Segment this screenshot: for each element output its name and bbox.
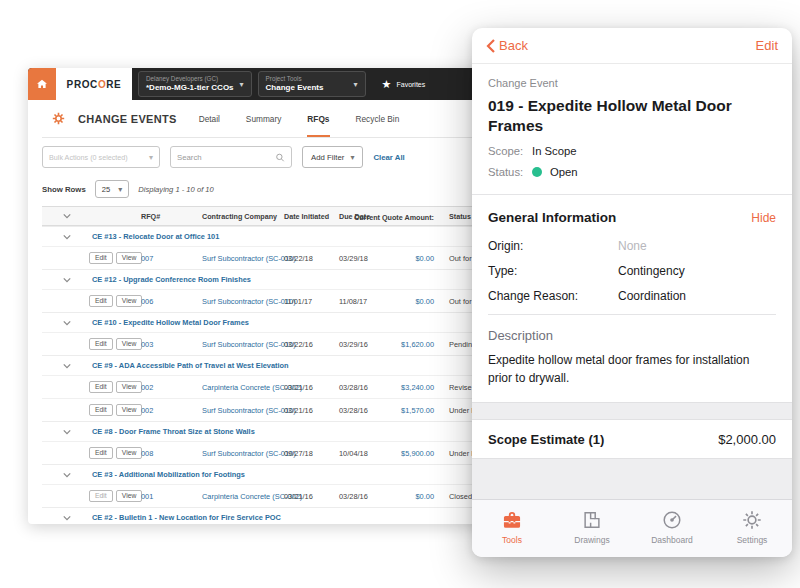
contracting-company-link[interactable]: Surf Subcontractor (SC-010) <box>186 449 282 458</box>
back-button[interactable]: Back <box>486 38 528 54</box>
group-chevron[interactable] <box>42 319 76 327</box>
row-actions: EditView <box>76 404 132 417</box>
quote-amount-link[interactable]: $0.00 <box>393 297 440 306</box>
project-tools-dropdown[interactable]: Project Tools Change Events ▾ <box>258 71 366 97</box>
scope-estimate-amount: $2,000.00 <box>718 432 776 447</box>
company-name: Delaney Developers (GC) <box>146 75 234 83</box>
chevron-down-icon <box>62 233 72 241</box>
tab-summary[interactable]: Summary <box>246 100 282 137</box>
tab-recycle-bin[interactable]: Recycle Bin <box>356 100 400 137</box>
status-dot-icon <box>532 167 542 177</box>
edit-button[interactable]: Edit <box>756 38 778 53</box>
chevron-down-icon: ▾ <box>118 185 122 194</box>
row-actions: EditView <box>76 252 132 265</box>
project-tools-labels: Project Tools Change Events <box>266 75 324 93</box>
edit-button[interactable]: Edit <box>89 490 113 503</box>
rows-per-page-value: 25 <box>102 185 110 194</box>
date-initiated-cell: 03/21/16 <box>282 492 337 501</box>
date-initiated-cell: 03/22/18 <box>282 254 337 263</box>
search-field <box>170 146 292 168</box>
quote-amount-link[interactable]: $5,900.00 <box>393 449 440 458</box>
mobile-change-event-panel: Back Edit Change Event 019 - Expedite Ho… <box>472 28 792 557</box>
rfq-link[interactable]: 006 <box>132 297 186 306</box>
contracting-company-link[interactable]: Surf Subcontractor (SC-010) <box>186 254 282 263</box>
contracting-company-link[interactable]: Carpinteria Concrete (SC-002) <box>186 383 282 392</box>
scope-estimate-row[interactable]: Scope Estimate (1) $2,000.00 <box>472 420 792 458</box>
quote-amount-link[interactable]: $1,620.00 <box>393 340 440 349</box>
favorites-label: Favorites <box>396 81 425 88</box>
quote-amount-link[interactable]: $1,570.00 <box>393 406 440 415</box>
contracting-company-link[interactable]: Surf Subcontractor (SC-010) <box>186 297 282 306</box>
tab-detail[interactable]: Detail <box>199 100 220 137</box>
rfq-link[interactable]: 008 <box>132 449 186 458</box>
edit-button[interactable]: Edit <box>89 295 113 308</box>
due-date-cell: 03/28/16 <box>337 406 393 415</box>
toolbox-icon <box>501 509 523 531</box>
tab-settings[interactable]: Settings <box>712 500 792 553</box>
rfq-link[interactable]: 003 <box>132 340 186 349</box>
add-filter-label: Add Filter <box>311 153 344 162</box>
chevron-down-icon <box>62 362 72 370</box>
due-date-cell: 11/08/17 <box>337 297 393 306</box>
date-initiated-cell: 11/01/17 <box>282 297 337 306</box>
chevron-down-icon: ▾ <box>354 80 358 89</box>
home-button[interactable] <box>28 68 56 100</box>
date-initiated-cell: 03/21/16 <box>282 383 337 392</box>
section-gap <box>472 402 792 420</box>
search-input[interactable] <box>177 153 275 162</box>
group-chevron[interactable] <box>42 428 76 436</box>
tab-dashboard[interactable]: Dashboard <box>632 500 712 553</box>
rfq-link[interactable]: 007 <box>132 254 186 263</box>
quote-amount-link[interactable]: $3,240.00 <box>393 383 440 392</box>
contracting-company-link[interactable]: Surf Subcontractor (SC-010) <box>186 406 282 415</box>
edit-button[interactable]: Edit <box>89 252 113 265</box>
group-chevron[interactable] <box>42 362 76 370</box>
tab-tools[interactable]: Tools <box>472 500 552 553</box>
company-project-dropdown[interactable]: Delaney Developers (GC) *Demo-MG-1-tier … <box>138 71 252 97</box>
mobile-nav-bar: Back Edit <box>472 28 792 64</box>
group-chevron[interactable] <box>42 233 76 241</box>
tab-drawings[interactable]: Drawings <box>552 500 632 553</box>
rfq-link[interactable]: 002 <box>132 383 186 392</box>
clear-all-link[interactable]: Clear All <box>373 153 404 162</box>
select-all-chevron[interactable] <box>42 212 76 220</box>
bulk-actions-select[interactable]: Bulk Actions (0 selected) ▾ <box>42 146 160 168</box>
procore-logo[interactable]: PROCORE <box>56 68 132 100</box>
due-date-cell: 03/29/16 <box>337 340 393 349</box>
bulk-actions-label: Bulk Actions (0 selected) <box>49 153 128 162</box>
star-icon: ★ <box>382 79 392 90</box>
chevron-left-icon <box>486 38 496 54</box>
tab-rfqs[interactable]: RFQs <box>307 100 329 137</box>
change-reason-row: Change Reason: Coordination <box>488 289 776 303</box>
chevron-down-icon <box>62 514 72 522</box>
contracting-company-link[interactable]: Carpinteria Concrete (SC-002) <box>186 492 282 501</box>
tab-tools-label: Tools <box>502 535 522 545</box>
edit-button[interactable]: Edit <box>89 338 113 351</box>
due-date-cell: 03/28/16 <box>337 383 393 392</box>
rows-per-page-select[interactable]: 25 ▾ <box>95 180 129 198</box>
quote-amount-link[interactable]: $0.00 <box>393 254 440 263</box>
hide-link[interactable]: Hide <box>751 211 776 225</box>
change-reason-label: Change Reason: <box>488 289 618 303</box>
status-row: Status: Open <box>488 166 776 178</box>
event-type-label: Change Event <box>488 77 776 89</box>
group-chevron[interactable] <box>42 276 76 284</box>
rfq-link[interactable]: 002 <box>132 406 186 415</box>
group-chevron[interactable] <box>42 514 76 522</box>
edit-button[interactable]: Edit <box>89 447 113 460</box>
group-chevron[interactable] <box>42 471 76 479</box>
row-actions: EditView <box>76 490 132 503</box>
chevron-down-icon <box>62 276 72 284</box>
contracting-company-link[interactable]: Surf Subcontractor (SC-010) <box>186 340 282 349</box>
col-current-quote-amount: Current Quote Amount: <box>234 207 434 227</box>
add-filter-button[interactable]: Add Filter ▾ <box>302 146 363 168</box>
rfq-link[interactable]: 001 <box>132 492 186 501</box>
quote-amount-link[interactable]: $0.00 <box>393 492 440 501</box>
edit-button[interactable]: Edit <box>89 404 113 417</box>
origin-row: Origin: None <box>488 239 776 253</box>
edit-button[interactable]: Edit <box>89 381 113 394</box>
gear-icon[interactable] <box>52 112 65 125</box>
favorites-button[interactable]: ★ Favorites <box>382 68 426 100</box>
chevron-down-icon <box>62 471 72 479</box>
mobile-tab-bar: Tools Drawings Dashboard Settings <box>472 499 792 557</box>
